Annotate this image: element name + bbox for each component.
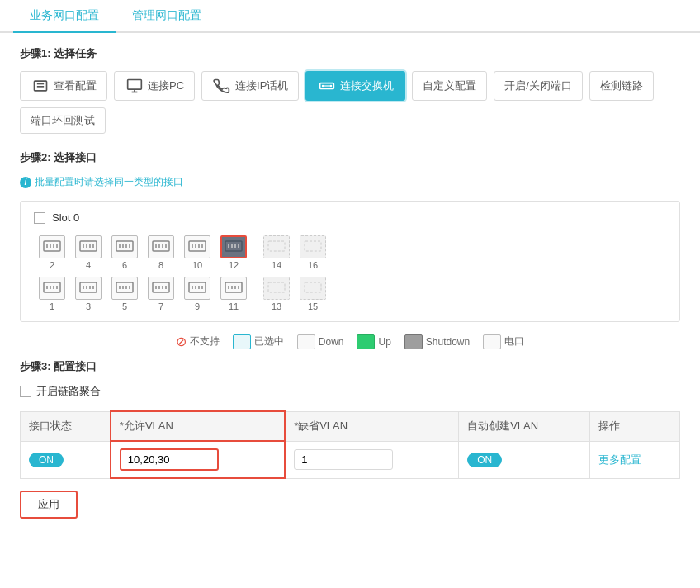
ports-grid: 2 4 6: [34, 235, 666, 311]
cell-action: 更多配置: [590, 441, 680, 478]
ports-row-top: 2 4 6: [34, 235, 666, 270]
port-num-10: 10: [192, 260, 202, 270]
step1-label: 步骤1: 选择任务: [20, 46, 680, 61]
port-icon-5[interactable]: [111, 277, 138, 300]
cell-status: ON: [21, 441, 111, 478]
port-num-9: 9: [195, 301, 200, 311]
svg-rect-72: [268, 282, 285, 292]
info-icon: i: [20, 177, 31, 188]
auto-create-toggle[interactable]: ON: [467, 453, 502, 467]
port-svg-1: [42, 281, 62, 296]
port-svg-15: [303, 281, 323, 296]
svg-rect-67: [225, 282, 242, 292]
port-cell-2: 2: [34, 235, 70, 270]
config-row: ON ON: [21, 441, 680, 478]
link-aggregation-checkbox[interactable]: [20, 386, 31, 397]
more-config-link[interactable]: 更多配置: [598, 453, 641, 466]
svg-rect-10: [44, 241, 60, 251]
cell-auto-create: ON: [459, 441, 590, 478]
status-toggle[interactable]: ON: [29, 453, 64, 467]
port-svg-13: [267, 281, 286, 296]
svg-point-9: [330, 85, 333, 88]
col-auto-create: 自动创建VLAN: [459, 411, 590, 441]
btn-toggle-port[interactable]: 开启/关闭端口: [494, 71, 583, 101]
btn-connect-switch[interactable]: 连接交换机: [305, 71, 405, 101]
port-icon-8[interactable]: [148, 235, 174, 258]
port-num-14: 14: [272, 260, 281, 270]
tab-mgmt[interactable]: 管理网口配置: [116, 0, 218, 33]
port-icon-3[interactable]: [75, 277, 102, 300]
cell-allowed-vlan: [111, 441, 285, 478]
col-default-vlan: *缺省VLAN: [285, 411, 459, 441]
svg-rect-42: [44, 282, 60, 292]
slot-checkbox[interactable]: [34, 212, 45, 224]
not-support-icon: ⊘: [176, 334, 187, 349]
port-cell-15: 15: [295, 277, 331, 311]
port-icon-6[interactable]: [111, 235, 138, 258]
port-svg-3: [78, 281, 98, 296]
svg-rect-35: [225, 241, 242, 251]
phone-icon: [212, 78, 232, 94]
selected-legend-icon: [233, 334, 251, 349]
port-svg-9: [187, 281, 207, 296]
port-num-11: 11: [229, 301, 239, 311]
port-icon-7[interactable]: [148, 277, 174, 300]
port-icon-4[interactable]: [75, 235, 102, 258]
port-svg-7: [151, 281, 171, 296]
svg-point-8: [322, 85, 324, 88]
default-vlan-input[interactable]: [294, 449, 393, 470]
shutdown-legend-icon: [404, 334, 423, 349]
port-cell-9: 9: [179, 277, 215, 311]
port-icon-15[interactable]: [300, 277, 326, 300]
port-icon-2[interactable]: [39, 235, 65, 258]
port-cell-4: 4: [70, 235, 106, 270]
port-num-7: 7: [158, 301, 163, 311]
svg-rect-40: [268, 241, 285, 251]
step3-section: 步骤3: 配置接口 开启链路聚合 接口状态 *允许VLAN *缺省VLAN 自动…: [20, 359, 680, 519]
port-cell-5: 5: [106, 277, 143, 311]
btn-custom-config[interactable]: 自定义配置: [412, 71, 487, 101]
port-icon-9[interactable]: [184, 277, 210, 300]
apply-button[interactable]: 应用: [20, 491, 78, 519]
btn-view-config[interactable]: 查看配置: [20, 71, 107, 101]
port-icon-13[interactable]: [263, 277, 290, 300]
port-svg-8: [151, 239, 171, 254]
port-icon-10[interactable]: [184, 235, 210, 258]
allowed-vlan-input[interactable]: [120, 448, 219, 471]
port-num-6: 6: [122, 260, 127, 270]
tab-business[interactable]: 业务网口配置: [13, 0, 116, 33]
port-num-1: 1: [50, 301, 54, 311]
port-cell-6: 6: [106, 235, 143, 270]
svg-rect-20: [116, 241, 133, 251]
port-icon-1[interactable]: [39, 277, 65, 300]
btn-connect-pc[interactable]: 连接PC: [114, 71, 195, 101]
svg-rect-41: [305, 241, 321, 251]
svg-rect-15: [80, 241, 97, 251]
step3-label: 步骤3: 配置接口: [20, 359, 680, 374]
switch-icon: [317, 78, 337, 94]
port-icon-12[interactable]: [220, 235, 247, 258]
btn-connect-phone[interactable]: 连接IP话机: [201, 71, 299, 101]
link-aggregation: 开启链路聚合: [20, 384, 680, 399]
ports-row-bottom: 1 3 5: [34, 277, 666, 311]
port-num-3: 3: [86, 301, 91, 311]
btn-detect-link[interactable]: 检测链路: [589, 71, 654, 101]
svg-rect-57: [153, 282, 169, 292]
port-icon-11[interactable]: [220, 277, 247, 300]
port-icon-16[interactable]: [300, 235, 326, 258]
port-cell-14: 14: [258, 235, 295, 270]
port-cell-16: 16: [295, 235, 331, 270]
port-cell-11: 11: [215, 277, 252, 311]
main-content: 步骤1: 选择任务 查看配置 连接PC 连接IP话机 连接交换机: [0, 33, 700, 532]
port-num-15: 15: [308, 301, 318, 311]
task-buttons-group: 查看配置 连接PC 连接IP话机 连接交换机 自定义配置: [20, 71, 680, 134]
port-cell-7: 7: [143, 277, 179, 311]
legend-electric: 电口: [483, 334, 524, 349]
port-icon-14[interactable]: [263, 235, 290, 258]
btn-loopback[interactable]: 端口环回测试: [20, 107, 106, 134]
list-icon: [31, 78, 50, 94]
port-cell-3: 3: [70, 277, 106, 311]
port-svg-14: [267, 239, 286, 254]
svg-rect-3: [128, 80, 142, 90]
svg-rect-62: [189, 282, 206, 292]
